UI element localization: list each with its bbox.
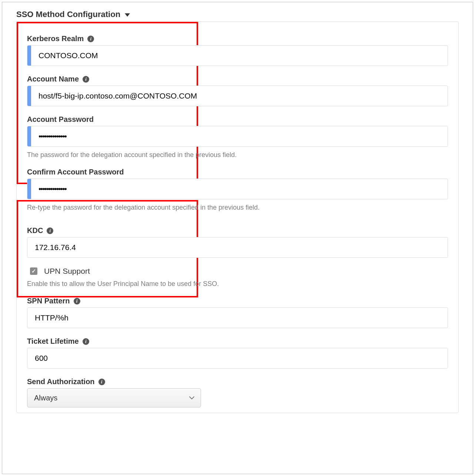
info-icon[interactable]: i	[87, 36, 94, 42]
label-account-name: Account Name i	[27, 75, 448, 83]
section-title: SSO Method Configuration	[16, 10, 120, 19]
input-wrap-ticket-lifetime	[27, 348, 448, 369]
label-kerberos-realm: Kerberos Realm i	[27, 34, 448, 43]
account-name-input[interactable]	[31, 86, 448, 106]
input-wrap-account-name	[27, 86, 448, 106]
label-upn-support: UPN Support	[44, 267, 90, 276]
label-ticket-lifetime: Ticket Lifetime i	[27, 337, 448, 346]
label-text-kdc: KDC	[27, 226, 43, 235]
label-spn-pattern: SPN Pattern i	[27, 297, 448, 305]
info-icon[interactable]: i	[83, 338, 89, 345]
input-wrap-kerberos-realm	[27, 45, 448, 66]
label-text-confirm-password: Confirm Account Password	[27, 168, 124, 176]
field-kdc: KDC i	[27, 226, 448, 258]
info-icon[interactable]: i	[47, 227, 53, 234]
input-wrap-spn-pattern	[27, 307, 448, 328]
info-icon[interactable]: i	[83, 76, 89, 83]
spn-pattern-input[interactable]	[27, 308, 448, 328]
label-text-send-authorization: Send Authorization	[27, 377, 95, 386]
field-ticket-lifetime: Ticket Lifetime i	[27, 337, 448, 369]
field-account-name: Account Name i	[27, 75, 448, 106]
input-wrap-account-password	[27, 126, 448, 147]
help-account-password: The password for the delegation account …	[27, 151, 448, 159]
chevron-down-icon	[189, 395, 195, 401]
field-kerberos-realm: Kerberos Realm i	[27, 34, 448, 66]
label-account-password: Account Password	[27, 115, 448, 124]
label-text-kerberos-realm: Kerberos Realm	[27, 34, 84, 43]
account-password-input[interactable]	[31, 126, 448, 146]
label-text-account-name: Account Name	[27, 75, 79, 83]
field-send-authorization: Send Authorization i Always	[27, 377, 448, 407]
kerberos-realm-input[interactable]	[31, 46, 448, 66]
section-body: Kerberos Realm i Account Name i Account …	[16, 21, 459, 413]
help-upn-support: Enable this to allow the User Principal …	[27, 280, 448, 288]
field-spn-pattern: SPN Pattern i	[27, 297, 448, 328]
caret-down-icon	[125, 13, 130, 17]
section-header[interactable]: SSO Method Configuration	[16, 10, 459, 19]
info-icon[interactable]: i	[98, 379, 105, 385]
ticket-lifetime-input[interactable]	[27, 348, 448, 368]
select-value: Always	[34, 394, 57, 402]
label-kdc: KDC i	[27, 226, 448, 235]
send-authorization-select[interactable]: Always	[27, 388, 201, 407]
input-wrap-kdc	[27, 237, 448, 258]
label-text-ticket-lifetime: Ticket Lifetime	[27, 337, 79, 346]
kdc-input[interactable]	[27, 237, 448, 257]
help-confirm-password: Re-type the password for the delegation …	[27, 204, 448, 212]
label-confirm-password: Confirm Account Password	[27, 168, 448, 176]
field-upn-support: ✓ UPN Support Enable this to allow the U…	[27, 267, 448, 288]
field-account-password: Account Password The password for the de…	[27, 115, 448, 159]
outer-panel: SSO Method Configuration Kerberos Realm …	[2, 2, 473, 474]
checkbox-upn-support[interactable]: ✓ UPN Support	[30, 267, 448, 276]
info-icon[interactable]: i	[74, 298, 80, 304]
label-text-spn-pattern: SPN Pattern	[27, 297, 70, 305]
input-wrap-confirm-password	[27, 179, 448, 199]
label-text-account-password: Account Password	[27, 115, 94, 124]
field-confirm-password: Confirm Account Password Re-type the pas…	[27, 168, 448, 212]
label-send-authorization: Send Authorization i	[27, 377, 448, 386]
confirm-password-input[interactable]	[31, 179, 448, 199]
checkmark-icon: ✓	[30, 267, 37, 275]
